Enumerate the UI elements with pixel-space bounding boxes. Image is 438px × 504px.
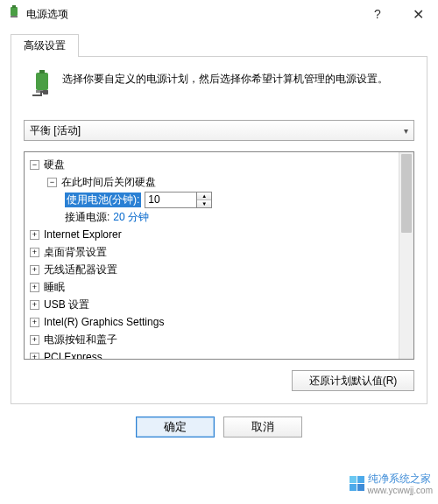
plugged-in-label: 接通电源: [65, 210, 110, 225]
tab-strip: 高级设置 选择你要自定义的电源计划，然后选择你希望计算机管理的电源设置。 平衡 … [11, 33, 427, 404]
tab-advanced[interactable]: 高级设置 [11, 34, 79, 57]
tab-panel: 选择你要自定义的电源计划，然后选择你希望计算机管理的电源设置。 平衡 [活动] … [11, 56, 427, 404]
svg-rect-0 [11, 7, 18, 16]
watermark-name: 纯净系统之家 [368, 472, 431, 485]
tree-node-power-buttons[interactable]: +电源按钮和盖子 [28, 331, 410, 348]
close-button[interactable]: ✕ [398, 0, 438, 28]
collapse-icon[interactable]: − [47, 178, 57, 187]
svg-rect-4 [39, 70, 45, 74]
intro-text: 选择你要自定义的电源计划，然后选择你希望计算机管理的电源设置。 [62, 69, 388, 101]
tree-node-usb[interactable]: +USB 设置 [28, 296, 410, 313]
plugged-in-value[interactable]: 20 分钟 [113, 210, 149, 225]
watermark-url: www.ycwwjj.com [368, 486, 433, 495]
titlebar: 电源选项 ? ✕ [0, 0, 438, 28]
content-area: 高级设置 选择你要自定义的电源计划，然后选择你希望计算机管理的电源设置。 平衡 … [0, 33, 438, 438]
watermark-logo-icon [350, 476, 364, 491]
scrollbar-thumb[interactable] [401, 154, 412, 233]
on-battery-label: 使用电池(分钟): [65, 192, 141, 207]
svg-rect-6 [43, 90, 48, 94]
restore-defaults-button[interactable]: 还原计划默认值(R) [292, 370, 414, 391]
dialog-buttons: 确定 取消 [11, 404, 427, 438]
tree-node-turn-off-after[interactable]: −在此时间后关闭硬盘 [28, 173, 410, 191]
tree-node-desktop-bg[interactable]: +桌面背景设置 [28, 243, 410, 261]
tree-node-pci[interactable]: +PCI Express [28, 348, 410, 360]
collapse-icon[interactable]: − [30, 160, 39, 170]
ok-button[interactable]: 确定 [136, 416, 215, 438]
help-button[interactable]: ? [357, 0, 398, 28]
expand-icon[interactable]: + [30, 283, 39, 292]
expand-icon[interactable]: + [30, 335, 39, 345]
power-icon [7, 5, 21, 23]
chevron-down-icon: ▾ [404, 126, 408, 136]
tree-scrollbar[interactable] [399, 152, 413, 359]
spinner-up-icon[interactable]: ▲ [197, 192, 211, 200]
tree-node-sleep[interactable]: +睡眠 [28, 278, 410, 296]
svg-rect-1 [12, 5, 16, 8]
tree-node-on-battery[interactable]: 使用电池(分钟): ▲▼ [28, 191, 410, 208]
watermark: 纯净系统之家 www.ycwwjj.com [350, 472, 433, 495]
tree-node-ie[interactable]: +Internet Explorer [28, 226, 410, 243]
spinner-down-icon[interactable]: ▼ [197, 200, 211, 207]
intro-row: 选择你要自定义的电源计划，然后选择你希望计算机管理的电源设置。 [11, 69, 427, 108]
svg-rect-3 [36, 73, 48, 90]
window-title: 电源选项 [26, 7, 357, 22]
tree-node-plugged-in[interactable]: 接通电源: 20 分钟 [28, 208, 410, 226]
expand-icon[interactable]: + [30, 248, 39, 257]
spinner[interactable]: ▲▼ [197, 192, 212, 208]
settings-tree: −硬盘 −在此时间后关闭硬盘 使用电池(分钟): ▲▼ 接通电源: 20 分钟 … [24, 151, 414, 360]
tree-node-wireless[interactable]: +无线适配器设置 [28, 261, 410, 278]
tree-node-intel-gfx[interactable]: +Intel(R) Graphics Settings [28, 313, 410, 331]
battery-plug-icon [24, 69, 62, 101]
expand-icon[interactable]: + [30, 353, 39, 360]
expand-icon[interactable]: + [30, 318, 39, 327]
tree-node-hard-disk[interactable]: −硬盘 [28, 156, 410, 173]
on-battery-input[interactable] [145, 192, 197, 208]
svg-rect-2 [11, 16, 18, 18]
plan-selected-label: 平衡 [活动] [30, 123, 81, 138]
expand-icon[interactable]: + [30, 300, 39, 310]
expand-icon[interactable]: + [30, 230, 39, 240]
expand-icon[interactable]: + [30, 265, 39, 275]
cancel-button[interactable]: 取消 [223, 416, 302, 438]
plan-select[interactable]: 平衡 [活动] ▾ [24, 120, 414, 141]
